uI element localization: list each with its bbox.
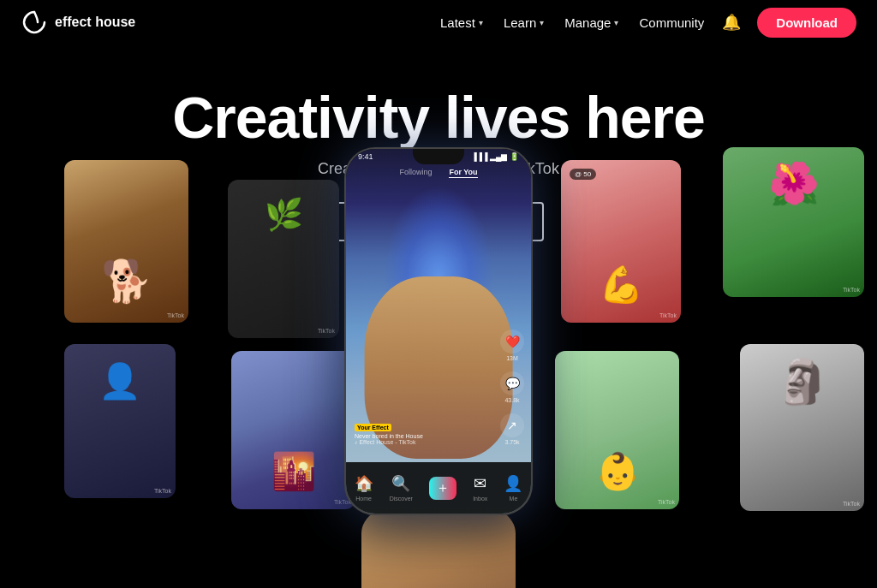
nav-download-button[interactable]: Download [757,8,856,38]
brand-name: effect house [55,15,135,30]
nav-links: Latest ▾ Learn ▾ Manage ▾ Community 🔔 Do… [432,7,856,38]
nav-manage-label: Manage [564,15,611,30]
nav-manage[interactable]: Manage ▾ [556,10,627,35]
chevron-down-icon: ▾ [540,18,544,27]
download-effect-house-button[interactable]: Download Effect House [333,202,545,241]
nav-community[interactable]: Community [630,10,713,35]
chevron-down-icon: ▾ [479,18,483,27]
nav-latest[interactable]: Latest ▾ [432,10,492,35]
hero-subtitle: Create vibrant AR effects for TikTok [318,160,559,178]
nav-community-label: Community [639,15,704,30]
notification-bell[interactable]: 🔔 [716,7,747,38]
bell-icon: 🔔 [722,13,741,32]
nav-learn[interactable]: Learn ▾ [495,10,552,35]
hero-title: Creativity lives here [172,87,705,148]
navbar: effect house Latest ▾ Learn ▾ Manage ▾ C… [0,0,877,45]
chevron-down-icon: ▾ [614,18,618,27]
logo[interactable]: effect house [21,9,135,36]
nav-learn-label: Learn [504,15,536,30]
hero-section: Creativity lives here Create vibrant AR … [0,45,877,588]
nav-latest-label: Latest [440,15,475,30]
